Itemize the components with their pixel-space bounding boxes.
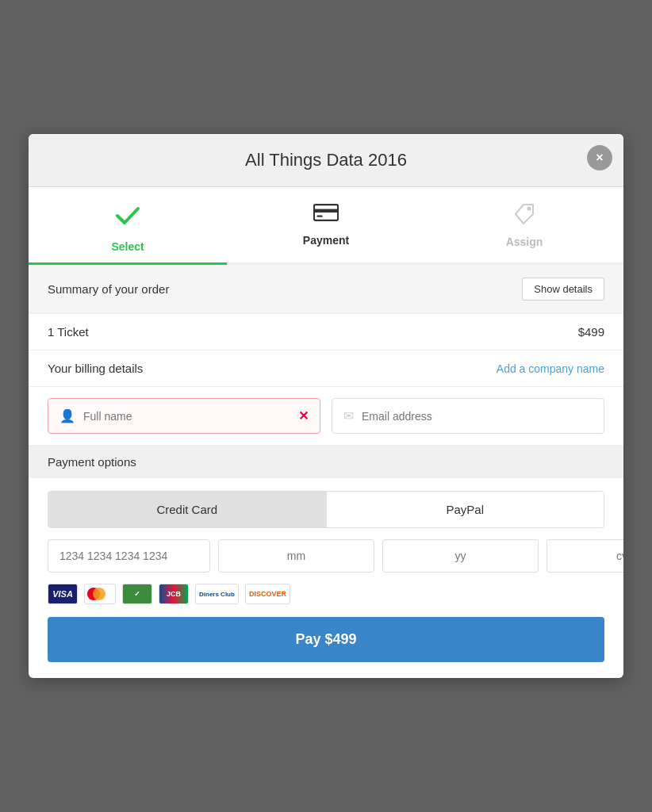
show-details-button[interactable]: Show details: [522, 278, 604, 301]
step-assign-label: Assign: [506, 236, 543, 248]
payment-icon: [313, 201, 339, 229]
ticket-price: $499: [578, 325, 604, 339]
full-name-input[interactable]: [83, 410, 290, 423]
jcb-icon: JCB: [159, 584, 189, 604]
assign-icon: [512, 201, 536, 231]
paypal-tab[interactable]: PayPal: [326, 492, 604, 527]
payment-options-header: Payment options: [29, 446, 623, 478]
step-select-label: Select: [111, 240, 144, 253]
payment-tabs: Credit Card PayPal: [48, 491, 604, 528]
modal-header: All Things Data 2016 ×: [29, 134, 623, 187]
input-fields-section: 👤 ✕ ✉: [29, 387, 623, 446]
modal-title: All Things Data 2016: [245, 150, 407, 170]
card-cvv-input[interactable]: [547, 539, 623, 573]
mastercard-icon: [84, 584, 116, 604]
green-card-icon: ✓: [122, 584, 152, 604]
card-yy-input[interactable]: [382, 539, 539, 573]
credit-card-tab[interactable]: Credit Card: [48, 492, 326, 527]
step-select[interactable]: Select: [29, 187, 227, 265]
diners-icon: Diners Club: [195, 584, 239, 604]
error-icon: ✕: [298, 408, 309, 423]
card-mm-input[interactable]: [218, 539, 374, 573]
email-input[interactable]: [362, 410, 593, 423]
email-field-wrapper: ✉: [332, 398, 604, 434]
step-payment[interactable]: Payment: [227, 187, 425, 262]
add-company-link[interactable]: Add a company name: [497, 362, 604, 375]
person-icon: 👤: [59, 408, 75, 423]
card-icons-row: VISA ✓ JCB Diners Club DISCOVER: [29, 573, 623, 604]
mail-icon: ✉: [343, 408, 354, 423]
billing-title: Your billing details: [48, 362, 143, 375]
discover-icon: DISCOVER: [245, 584, 290, 604]
order-summary-title: Summary of your order: [48, 282, 169, 296]
pay-button[interactable]: Pay $499: [48, 617, 604, 662]
full-name-field-wrapper: 👤 ✕: [48, 398, 320, 434]
svg-rect-2: [316, 216, 322, 217]
modal-body: Summary of your order Show details 1 Tic…: [29, 265, 623, 662]
step-payment-label: Payment: [303, 234, 349, 247]
payment-options-title: Payment options: [48, 455, 136, 469]
card-number-input[interactable]: [48, 539, 210, 573]
check-icon: [113, 201, 142, 236]
order-summary-section: Summary of your order Show details: [29, 265, 623, 314]
step-assign[interactable]: Assign: [425, 187, 623, 262]
visa-icon: VISA: [48, 584, 78, 604]
ticket-label: 1 Ticket: [48, 325, 89, 339]
close-button[interactable]: ×: [587, 145, 612, 170]
svg-point-3: [527, 207, 531, 211]
steps-container: Select Payment: [29, 187, 623, 265]
modal-container: All Things Data 2016 × Select: [29, 134, 623, 678]
svg-rect-1: [314, 209, 338, 213]
ticket-row: 1 Ticket $499: [29, 314, 623, 350]
billing-section: Your billing details Add a company name: [29, 350, 623, 387]
modal-overlay: All Things Data 2016 × Select: [0, 0, 652, 812]
card-fields-section: [29, 528, 623, 573]
